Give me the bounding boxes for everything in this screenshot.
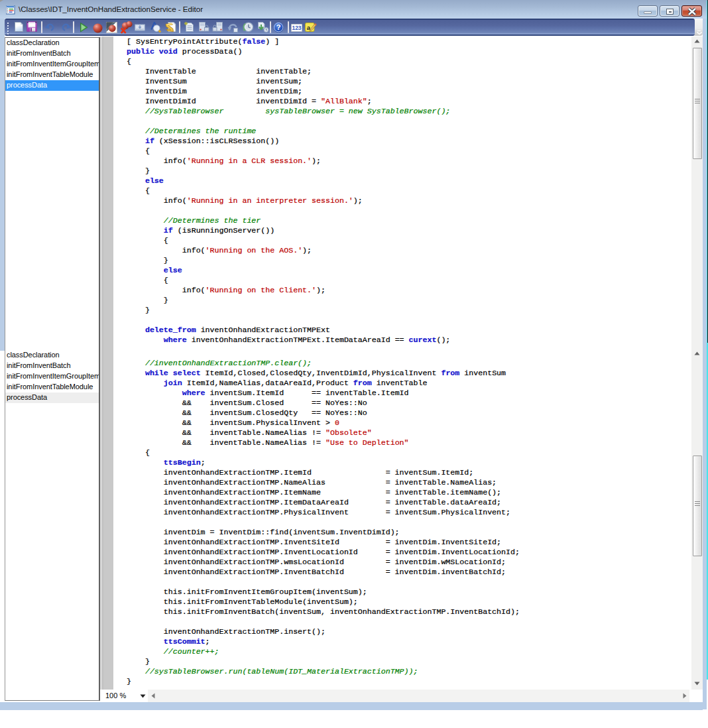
svg-text:?: ? [276,23,281,31]
